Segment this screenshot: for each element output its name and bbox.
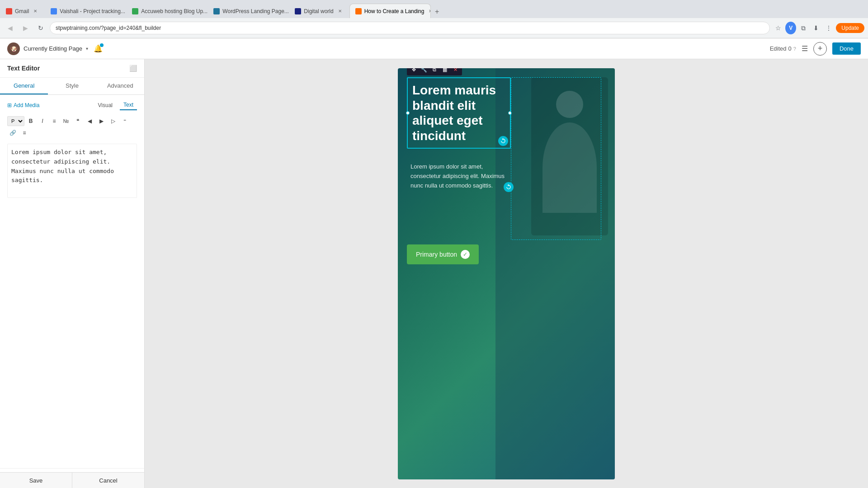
tab-label-digital: Digital world [304, 8, 333, 14]
italic-button[interactable]: I [37, 116, 48, 127]
page-canvas: ✥ 🔧 ⧉ ▦ ✕ Lorem mauris blandit elit aliq… [398, 68, 615, 479]
tab-accuweb[interactable]: Accuweb hosting Blog Up... ✕ [126, 4, 208, 18]
editor-layout: Text Editor ⬜ General Style Advanced ⊞ A… [0, 59, 868, 488]
extensions-icon[interactable]: ⧉ [798, 23, 809, 33]
wp-editor-header: 🐶 Currently Editing Page ▾ 🔔 Edited 0 ? … [0, 38, 868, 59]
text-editor-panel: Text Editor ⬜ General Style Advanced ⊞ A… [0, 59, 145, 488]
duplicate-element-icon[interactable]: ⧉ [429, 68, 439, 75]
editor-mode-buttons: Visual Text [94, 100, 137, 110]
howto-favicon [355, 8, 362, 14]
back-button[interactable]: ◀ [4, 22, 16, 34]
align-center-button[interactable]: ▶ [96, 116, 107, 127]
tab-label-accuweb: Accuweb hosting Blog Up... [141, 8, 208, 14]
wordpress-favicon [213, 8, 220, 14]
tab-close-digital[interactable]: ✕ [336, 8, 344, 15]
tab-vaishali[interactable]: Vaishali - Project tracking... ✕ [45, 4, 126, 18]
tab-wordpress[interactable]: WordPress Landing Page... ✕ [208, 4, 289, 18]
primary-button-checkmark-icon: ✓ [461, 250, 470, 259]
text-editor-textarea[interactable]: Lorem ipsum dolor sit amet, consectetur … [7, 144, 137, 198]
element-toolbar: ✥ 🔧 ⧉ ▦ ✕ [407, 68, 462, 75]
align-left-button[interactable]: ◀ [84, 116, 95, 127]
download-icon[interactable]: ⬇ [811, 23, 821, 33]
chevron-down-icon[interactable]: ▾ [86, 46, 88, 51]
minimize-panel-icon[interactable]: ⬜ [129, 65, 137, 72]
tab-label-gmail: Gmail [15, 8, 29, 14]
update-button[interactable]: Update [836, 23, 864, 33]
browser-chrome: Gmail ✕ Vaishali - Project tracking... ✕… [0, 0, 868, 38]
move-element-icon[interactable]: ✥ [409, 68, 419, 75]
wp-avatar[interactable]: 🐶 [7, 42, 20, 55]
tab-general[interactable]: General [0, 78, 48, 94]
question-mark-icon[interactable]: ? [793, 46, 796, 52]
panel-content: ⊞ Add Media Visual Text P B I ≡ № ❝ ◀ ▶ [0, 95, 144, 465]
add-media-button[interactable]: ⊞ Add Media [7, 102, 39, 108]
align-justify-button[interactable]: ⁼ [119, 116, 130, 127]
address-text: stpwptraining.com/?page_id=240&fl_builde… [56, 25, 764, 31]
notification-dot [100, 43, 104, 47]
wp-header-right: Edited 0 ? ☰ + Done [770, 42, 861, 56]
panel-header: Text Editor ⬜ [0, 59, 144, 78]
address-bar[interactable]: stpwptraining.com/?page_id=240&fl_builde… [50, 22, 770, 34]
panel-actions: ⬜ [129, 65, 137, 72]
bold-button[interactable]: B [25, 116, 36, 127]
tab-gmail[interactable]: Gmail ✕ [0, 4, 45, 18]
visual-mode-button[interactable]: Visual [94, 100, 116, 110]
add-media-row: ⊞ Add Media Visual Text [7, 100, 137, 110]
add-element-button[interactable]: + [813, 42, 827, 56]
primary-button-label: Primary button [416, 251, 457, 258]
nav-bar: ◀ ▶ ↻ stpwptraining.com/?page_id=240&fl_… [0, 18, 868, 38]
currently-editing-label: Currently Editing Page [24, 45, 82, 52]
align-right-button[interactable]: ▷ [108, 116, 118, 127]
body-text-element[interactable]: Lorem ipsum dolor sit amet, consectetur … [407, 159, 515, 194]
list-view-icon[interactable]: ☰ [802, 44, 808, 53]
nav-actions: ☆ V ⧉ ⬇ ⋮ Update [773, 23, 864, 33]
notifications-bell-icon[interactable]: 🔔 [94, 44, 103, 53]
blockquote-button[interactable]: ❝ [72, 116, 83, 127]
cancel-button[interactable]: Cancel [72, 473, 144, 488]
column-selected[interactable] [511, 77, 601, 240]
unordered-list-button[interactable]: ≡ [49, 116, 60, 127]
save-button[interactable]: Save [0, 473, 72, 488]
more-options-icon[interactable]: ⋮ [823, 23, 834, 33]
body-ai-refresh-icon[interactable] [504, 182, 514, 192]
add-media-icon: ⊞ [7, 102, 12, 108]
resize-handle-left[interactable] [406, 111, 410, 115]
text-mode-button[interactable]: Text [120, 100, 137, 110]
panel-tabs: General Style Advanced [0, 78, 144, 95]
tab-label-vaishali: Vaishali - Project tracking... [60, 8, 125, 14]
tab-digital[interactable]: Digital world ✕ [289, 4, 349, 18]
accuweb-favicon [132, 8, 138, 14]
body-text: Lorem ipsum dolor sit amet, consectetur … [410, 162, 512, 190]
ordered-list-button[interactable]: № [61, 116, 71, 127]
tab-style[interactable]: Style [48, 78, 96, 94]
forward-button[interactable]: ▶ [19, 22, 32, 34]
tab-advanced[interactable]: Advanced [96, 78, 144, 94]
columns-element-icon[interactable]: ▦ [440, 68, 450, 75]
tab-close-howto[interactable]: ✕ [427, 8, 430, 15]
more-formatting-button[interactable]: ≡ [19, 127, 30, 138]
close-element-icon[interactable]: ✕ [450, 68, 460, 75]
tab-label-howto: How to Create a Landing [364, 8, 425, 14]
primary-button-element[interactable]: Primary button ✓ [407, 244, 479, 264]
tab-close-gmail[interactable]: ✕ [32, 8, 39, 15]
digital-favicon [295, 8, 301, 14]
settings-element-icon[interactable]: 🔧 [419, 68, 429, 75]
ai-refresh-icon[interactable] [498, 136, 508, 146]
paragraph-select[interactable]: P [7, 116, 24, 126]
tab-label-wordpress: WordPress Landing Page... [222, 8, 289, 14]
edited-label: Edited [770, 45, 787, 52]
panel-divider [0, 468, 144, 469]
reload-button[interactable]: ↻ [34, 22, 47, 34]
profile-accounts-icon[interactable]: V [785, 23, 796, 33]
canvas-area: ✥ 🔧 ⧉ ▦ ✕ Lorem mauris blandit elit aliq… [145, 59, 868, 488]
editor-toolbar: P B I ≡ № ❝ ◀ ▶ ▷ ⁼ 🔗 ≡ [7, 116, 137, 138]
link-button[interactable]: 🔗 [7, 127, 18, 138]
panel-title: Text Editor [7, 65, 40, 72]
new-tab-button[interactable]: + [431, 5, 443, 18]
primary-button[interactable]: Primary button ✓ [407, 244, 479, 264]
done-button[interactable]: Done [832, 42, 861, 55]
tab-howto[interactable]: How to Create a Landing ✕ [349, 4, 431, 18]
bookmark-icon[interactable]: ☆ [773, 23, 783, 33]
panel-footer: Save Cancel [0, 472, 144, 488]
heading-text-element[interactable]: ✥ 🔧 ⧉ ▦ ✕ Lorem mauris blandit elit aliq… [407, 77, 511, 149]
